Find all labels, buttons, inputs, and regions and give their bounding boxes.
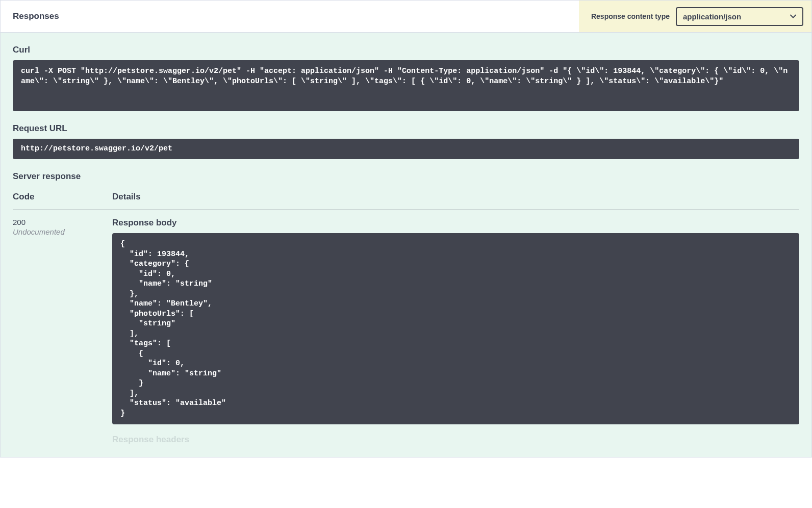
content-type-selector-wrap: Response content type application/json <box>579 1 811 32</box>
content-type-value: application/json <box>683 12 741 21</box>
response-table: Code Details 200 Undocumented Response b… <box>13 192 799 445</box>
request-url-label: Request URL <box>13 123 799 134</box>
response-row: 200 Undocumented Response body { "id": 1… <box>13 217 799 445</box>
response-body-box[interactable]: { "id": 193844, "category": { "id": 0, "… <box>112 233 799 424</box>
response-body-label: Response body <box>112 218 799 228</box>
response-details-cell: Response body { "id": 193844, "category"… <box>112 217 799 445</box>
details-column-header: Details <box>112 192 799 202</box>
response-code-cell: 200 Undocumented <box>13 217 112 236</box>
content-type-label: Response content type <box>591 12 670 20</box>
server-response-label: Server response <box>13 171 799 182</box>
response-table-head: Code Details <box>13 192 799 210</box>
responses-header: Responses Response content type applicat… <box>1 1 811 33</box>
response-headers-label: Response headers <box>112 435 799 445</box>
responses-title: Responses <box>1 11 59 21</box>
content-type-select[interactable]: application/json <box>676 7 803 26</box>
curl-command-box[interactable]: curl -X POST "http://petstore.swagger.io… <box>13 60 799 111</box>
response-code: 200 <box>13 218 112 226</box>
undocumented-label: Undocumented <box>13 227 112 236</box>
chevron-down-icon <box>790 14 796 18</box>
code-column-header: Code <box>13 192 112 202</box>
request-url-box[interactable]: http://petstore.swagger.io/v2/pet <box>13 139 799 159</box>
curl-label: Curl <box>13 45 799 55</box>
